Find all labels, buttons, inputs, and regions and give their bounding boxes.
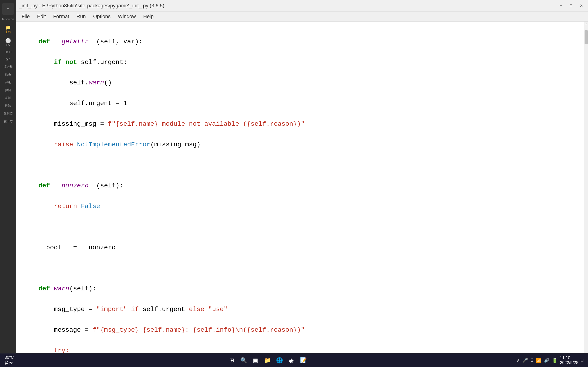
sidebar-indent[interactable]: 缩进和 <box>1 65 15 69</box>
taskbar: 30°C 多云 ⊞ 🔍 ▣ 📁 🌐 ◉ 📝 ∧ 🎤 S 📶 🔊 <box>0 353 588 367</box>
sidebar-copylink[interactable]: 复制链 <box>1 111 15 116</box>
sidebar-folder[interactable]: 📁 上述 <box>1 25 15 34</box>
close-button[interactable]: ✕ <box>577 2 585 9</box>
code-line-13: def warn(self): <box>23 284 577 294</box>
up-arrow-icon[interactable]: ∧ <box>517 358 520 363</box>
code-container: def __getattr__(self, var): if not self.… <box>16 22 588 354</box>
code-line-9: return False <box>23 201 577 211</box>
clock-date: 2022/9/28 <box>560 360 578 365</box>
explorer-button[interactable]: 📁 <box>262 355 273 365</box>
taskbar-center: ⊞ 🔍 ▣ 📁 🌐 ◉ 📝 <box>18 355 517 365</box>
menu-edit[interactable]: Edit <box>33 12 49 21</box>
menu-window[interactable]: Window <box>114 12 139 21</box>
left-sidebar: + feishu.cn 📁 上述 ⚪ F5 H1 H {} 6 缩进和 颜色 评… <box>0 0 16 367</box>
sidebar-braces[interactable]: {} 6 <box>1 58 15 61</box>
sidebar-delete[interactable]: 删除 <box>1 104 15 108</box>
minimize-button[interactable]: − <box>557 2 565 9</box>
code-line-14: msg_type = "import" if self.urgent else … <box>23 304 577 315</box>
scrollbar: ▲ <box>584 22 588 354</box>
battery-icon[interactable]: 🔋 <box>552 358 558 363</box>
f5-indicator: ⚪ <box>5 38 11 43</box>
code-line-6: raise NotImplementedError(missing_msg) <box>23 140 577 150</box>
clock: 11:10 2022/9/28 <box>560 356 578 365</box>
sidebar-site[interactable]: feishu.cn <box>1 17 15 21</box>
weather-desc: 多云 <box>5 360 14 365</box>
window-title: _init_.py - E:\Python36\lib\site-package… <box>19 3 557 9</box>
code-editor[interactable]: def __getattr__(self, var): if not self.… <box>16 22 584 354</box>
mic-icon[interactable]: 🎤 <box>522 358 528 363</box>
plus-icon: + <box>7 7 9 11</box>
scrollbar-up-arrow[interactable]: ▲ <box>584 22 588 26</box>
notepad-icon: 📝 <box>300 357 307 364</box>
menu-run[interactable]: Run <box>73 12 89 21</box>
sidebar-f5[interactable]: ⚪ F5 <box>1 38 15 47</box>
task-view-icon: ▣ <box>253 357 258 364</box>
code-line-2: if not self.urgent: <box>23 57 577 67</box>
clock-time: 11:10 <box>560 356 578 360</box>
main-window: _init_.py - E:\Python36\lib\site-package… <box>16 0 588 367</box>
edge-button[interactable]: 🌐 <box>275 355 285 365</box>
code-line-3: self.warn() <box>23 77 577 88</box>
menu-file[interactable]: File <box>18 12 33 21</box>
code-line-12 <box>23 263 577 273</box>
code-line-4: self.urgent = 1 <box>23 98 577 108</box>
weather-info: 30°C 多云 <box>5 355 14 365</box>
sidebar-cut[interactable]: 剪切 <box>1 88 15 92</box>
windows-icon: ⊞ <box>229 357 234 364</box>
code-line-11: __bool__ = __nonzero__ <box>23 242 577 253</box>
code-line-7 <box>23 160 577 170</box>
task-view-button[interactable]: ▣ <box>251 355 261 365</box>
code-line-15: message = f"{msg_type} {self.name}: {sel… <box>23 325 577 335</box>
add-button[interactable]: + <box>2 3 14 15</box>
menu-bar: File Edit Format Run Options Window Help <box>16 11 588 22</box>
sidebar-comment[interactable]: 评论 <box>1 80 15 84</box>
notepad-button[interactable]: 📝 <box>298 355 309 365</box>
menu-format[interactable]: Format <box>49 12 73 21</box>
window-controls: − □ ✕ <box>557 2 585 9</box>
search-button[interactable]: 🔍 <box>239 355 249 365</box>
code-line-1: def __getattr__(self, var): <box>23 36 577 47</box>
explorer-icon: 📁 <box>264 357 271 364</box>
scrollbar-thumb[interactable] <box>585 30 588 44</box>
menu-help[interactable]: Help <box>140 12 157 21</box>
sidebar-below[interactable]: 在下方 <box>1 119 15 123</box>
chrome-button[interactable]: ◉ <box>286 355 296 365</box>
code-line-10 <box>23 222 577 232</box>
chrome-icon: ◉ <box>289 357 294 364</box>
sidebar-h1[interactable]: H1 H <box>1 50 15 54</box>
wifi-icon[interactable]: 📶 <box>536 358 542 363</box>
folder-icon: 📁 <box>5 25 11 30</box>
edge-icon: 🌐 <box>276 357 283 364</box>
title-bar: _init_.py - E:\Python36\lib\site-package… <box>16 0 588 11</box>
sidebar-color[interactable]: 颜色 <box>1 73 15 77</box>
taskbar-right: ∧ 🎤 S 📶 🔊 🔋 11:10 2022/9/28 □ <box>517 356 583 365</box>
taskbar-left: 30°C 多云 <box>5 355 18 365</box>
maximize-button[interactable]: □ <box>567 2 575 9</box>
code-line-16: try: <box>23 345 577 354</box>
weather-temp: 30°C <box>5 355 14 360</box>
volume-icon[interactable]: 🔊 <box>544 358 550 363</box>
start-button[interactable]: ⊞ <box>227 355 237 365</box>
sidebar-copy[interactable]: 复制 <box>1 96 15 100</box>
notifications-icon[interactable]: □ <box>581 358 583 363</box>
menu-options[interactable]: Options <box>89 12 114 21</box>
search-icon: 🔍 <box>240 357 247 364</box>
ime-icon[interactable]: S <box>530 358 533 363</box>
code-line-5: missing_msg = f"{self.name} module not a… <box>23 119 577 129</box>
code-line-8: def __nonzero__(self): <box>23 181 577 191</box>
